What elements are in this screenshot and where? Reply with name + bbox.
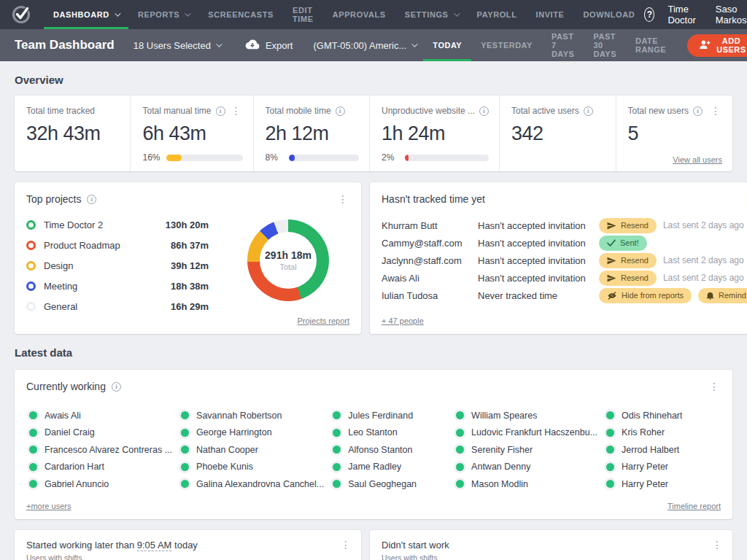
remind-button[interactable]: Remind bbox=[698, 288, 747, 303]
nav-item-payroll[interactable]: Payroll bbox=[468, 0, 527, 29]
resend-button[interactable]: Resend bbox=[599, 271, 657, 286]
stat-card-total-active-users: Total active users342 bbox=[500, 96, 616, 171]
resend-button[interactable]: Resend bbox=[599, 253, 657, 268]
working-user: Harry Peter bbox=[603, 475, 721, 493]
main-nav-items: DashboardReportsScreencastsEdit TimeAppr… bbox=[44, 0, 644, 29]
hide-icon bbox=[607, 292, 617, 300]
user-name: Alfonso Stanton bbox=[348, 445, 412, 455]
user-name: Galina Alexandrovna Canchel... bbox=[196, 479, 324, 489]
timezone-dropdown[interactable]: (GMT-05:00) Americ... bbox=[313, 40, 416, 51]
nav-item-approvals[interactable]: Approvals bbox=[323, 0, 395, 29]
help-icon[interactable] bbox=[644, 7, 654, 22]
date-tab-yesterday[interactable]: Yesterday bbox=[471, 29, 542, 61]
add-users-button[interactable]: ADD USERS bbox=[687, 34, 747, 57]
more-users-link[interactable]: +more users bbox=[26, 502, 71, 510]
nav-item-settings[interactable]: Settings bbox=[395, 0, 468, 29]
not-tracked-row: Awais AliHasn't accepted invitationResen… bbox=[382, 269, 747, 287]
date-tab-past-30-days[interactable]: Past 30 Days bbox=[584, 29, 626, 61]
stat-value: 1h 24m bbox=[382, 122, 489, 145]
info-icon[interactable] bbox=[87, 195, 96, 204]
timeline-report-link[interactable]: Timeline report bbox=[667, 502, 721, 510]
info-icon[interactable] bbox=[112, 382, 121, 392]
not-tracked-rows: Khurram ButtHasn't accepted invitationRe… bbox=[382, 217, 747, 304]
project-name: General bbox=[44, 301, 162, 312]
invite-status: Hasn't accepted invitation bbox=[478, 238, 599, 249]
working-user: Cardarion Hart bbox=[26, 459, 172, 476]
users-with-shifts-link[interactable]: Users with shifts bbox=[26, 553, 82, 560]
progress-track bbox=[289, 155, 359, 161]
time-doctor-logo-icon[interactable] bbox=[12, 5, 31, 24]
user-name: Jame Radley bbox=[348, 462, 401, 472]
project-time: 130h 20m bbox=[162, 219, 209, 230]
users-selected-dropdown[interactable]: 18 Users Selected bbox=[133, 40, 220, 51]
info-icon[interactable] bbox=[693, 106, 703, 116]
user-name: Cardarion Hart bbox=[44, 462, 104, 472]
online-status-dot bbox=[181, 411, 189, 419]
view-all-users-link[interactable]: View all users bbox=[673, 155, 722, 164]
top-projects-card: Top projects Time Doctor 2130h 20mProduc… bbox=[15, 182, 361, 334]
more-people-link[interactable]: + 47 people bbox=[382, 316, 424, 325]
shift-time-value[interactable]: 9:05 AM bbox=[137, 540, 172, 551]
user-name: Odis Rhinehart bbox=[622, 411, 682, 421]
users-with-shifts-link[interactable]: Users with shifts bbox=[382, 553, 437, 560]
date-tab-past-7-days[interactable]: Past 7 Days bbox=[542, 29, 584, 61]
online-status-dot bbox=[181, 463, 189, 471]
stat-percent: 2% bbox=[382, 152, 399, 163]
didnt-start-title: Didn't start work bbox=[382, 540, 721, 551]
online-status-dot bbox=[456, 429, 464, 437]
user-name: Awais Ali bbox=[44, 411, 81, 421]
page-title: Team Dashboard bbox=[15, 38, 115, 52]
working-user: Alfonso Stanton bbox=[330, 441, 447, 459]
online-status-dot bbox=[181, 429, 189, 437]
stat-value: 2h 12m bbox=[266, 122, 359, 145]
nav-item-reports[interactable]: Reports bbox=[128, 0, 198, 29]
last-sent-note: Last sent 2 days ago bbox=[663, 273, 744, 283]
stat-percent: 16% bbox=[142, 152, 160, 163]
top-projects-legend: Time Doctor 2130h 20mProduct Roadmap86h … bbox=[26, 218, 209, 320]
projects-report-link[interactable]: Projects report bbox=[297, 316, 349, 325]
product-name: Time Doctor bbox=[667, 4, 702, 26]
info-icon[interactable] bbox=[216, 106, 225, 116]
date-tab-today[interactable]: Today bbox=[423, 29, 471, 61]
info-icon[interactable] bbox=[479, 106, 489, 116]
stat-label: Total active users bbox=[511, 106, 579, 116]
kebab-menu-icon[interactable] bbox=[709, 106, 722, 116]
nav-item-edit-time[interactable]: Edit Time bbox=[283, 0, 323, 29]
kebab-menu-icon[interactable] bbox=[230, 106, 243, 116]
project-row: General16h 29m bbox=[26, 300, 209, 313]
user-name: Leo Stanton bbox=[348, 427, 397, 438]
nav-item-screencasts[interactable]: Screencasts bbox=[198, 0, 283, 29]
kebab-menu-icon[interactable] bbox=[741, 194, 747, 204]
online-status-dot bbox=[29, 463, 37, 471]
date-tab-date-range[interactable]: Date Range bbox=[626, 29, 676, 61]
kebab-menu-icon[interactable] bbox=[711, 540, 724, 550]
online-status-dot bbox=[29, 411, 37, 419]
user-name: Harry Peter bbox=[622, 462, 668, 472]
kebab-menu-icon[interactable] bbox=[336, 194, 349, 204]
nav-item-download[interactable]: Download bbox=[574, 0, 645, 29]
nav-item-invite[interactable]: Invite bbox=[526, 0, 573, 29]
working-user: Gabriel Anuncio bbox=[26, 475, 172, 493]
started-late-card: Started working later than 9:05 AM today… bbox=[15, 530, 361, 560]
kebab-menu-icon[interactable] bbox=[708, 381, 721, 392]
export-button[interactable]: Export bbox=[245, 39, 293, 52]
info-icon[interactable] bbox=[336, 106, 345, 116]
working-user: Harry Peter bbox=[603, 459, 721, 476]
resend-button[interactable]: Resend bbox=[599, 218, 657, 233]
stat-value: 342 bbox=[511, 122, 605, 145]
started-late-title: Started working later than 9:05 AM today bbox=[26, 540, 349, 551]
person-name: Iulian Tudosa bbox=[382, 290, 478, 301]
hide-button[interactable]: Hide from reports bbox=[599, 288, 692, 303]
nav-item-dashboard[interactable]: Dashboard bbox=[44, 0, 128, 29]
progress-fill bbox=[405, 155, 409, 161]
working-user: Kris Roher bbox=[603, 424, 721, 442]
working-user: Jerrod Halbert bbox=[603, 441, 721, 459]
sent-icon bbox=[607, 239, 616, 246]
sent-button[interactable]: Sent! bbox=[599, 236, 647, 251]
info-icon[interactable] bbox=[584, 106, 593, 116]
user-name[interactable]: Saso Markoski bbox=[716, 4, 747, 26]
chevron-down-icon bbox=[185, 10, 190, 16]
kebab-menu-icon[interactable] bbox=[339, 540, 352, 550]
project-time: 86h 37m bbox=[162, 240, 209, 251]
didnt-start-card: Didn't start work Users with shifts bbox=[370, 530, 732, 560]
